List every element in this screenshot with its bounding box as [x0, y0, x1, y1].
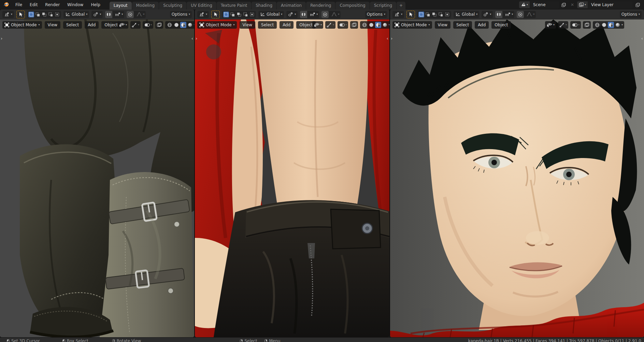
menu-file[interactable]: File — [12, 1, 26, 9]
shading-material-button[interactable] — [375, 22, 381, 28]
select-mode-set-button[interactable] — [28, 12, 34, 17]
transform-orientation-dropdown[interactable]: Global ▾ — [454, 11, 479, 18]
gizmos-dropdown[interactable]: ▾ — [130, 21, 141, 29]
shading-wireframe-button[interactable] — [594, 22, 600, 28]
shading-wireframe-button[interactable] — [361, 22, 368, 28]
menu-help[interactable]: Help — [87, 1, 104, 9]
snap-toggle-button[interactable] — [105, 11, 112, 18]
scene-browse-button[interactable]: ▾ — [519, 1, 530, 8]
proportional-edit-toggle[interactable] — [127, 11, 134, 18]
object-visibility-dropdown[interactable]: ▾ — [312, 21, 323, 29]
active-tool-select-button[interactable] — [211, 11, 220, 18]
snap-toggle-button[interactable] — [495, 11, 502, 18]
overlays-dropdown[interactable]: ▾ — [338, 21, 348, 29]
shading-wireframe-button[interactable] — [167, 22, 173, 28]
shading-rendered-button[interactable] — [187, 22, 193, 28]
tab-shading[interactable]: Shading — [252, 2, 276, 10]
options-dropdown[interactable]: Options ▾ — [365, 11, 387, 18]
blender-logo-icon[interactable] — [3, 1, 10, 8]
gizmos-dropdown[interactable]: ▾ — [325, 21, 335, 29]
select-mode-subtract-button[interactable] — [41, 12, 47, 17]
tab-animation[interactable]: Animation — [277, 2, 306, 10]
menu-window[interactable]: Window — [63, 1, 87, 9]
select-mode-set-button[interactable] — [223, 12, 229, 17]
viewport-canvas-face[interactable] — [390, 19, 644, 337]
object-visibility-dropdown[interactable]: ▾ — [545, 21, 556, 29]
shading-material-button[interactable] — [180, 22, 186, 28]
menu-select[interactable]: Select — [453, 21, 472, 29]
transform-orientation-dropdown[interactable]: Global ▾ — [258, 11, 284, 18]
tab-compositing[interactable]: Compositing — [335, 2, 369, 10]
proportional-edit-toggle[interactable] — [517, 11, 524, 18]
scene-name-field[interactable]: Scene — [530, 1, 559, 8]
scene-new-button[interactable] — [560, 1, 568, 8]
tab-modeling[interactable]: Modeling — [132, 2, 159, 10]
overlays-dropdown[interactable]: ▾ — [570, 21, 581, 29]
toolbar-expand-icon[interactable]: › — [196, 36, 197, 41]
proportional-edit-toggle[interactable] — [321, 11, 329, 18]
select-mode-set-button[interactable] — [418, 12, 424, 17]
sidebar-expand-icon[interactable]: ‹ — [191, 36, 193, 41]
options-dropdown[interactable]: Options ▾ — [620, 11, 642, 18]
shading-rendered-button[interactable] — [382, 22, 388, 28]
menu-add[interactable]: Add — [280, 21, 294, 29]
editor-type-button[interactable]: ▾ — [392, 11, 404, 18]
pivot-point-dropdown[interactable]: ▾ — [286, 11, 298, 18]
toolbar-expand-icon[interactable]: › — [1, 36, 2, 41]
select-mode-extend-button[interactable] — [35, 12, 41, 17]
select-mode-invert-button[interactable] — [48, 12, 54, 17]
tab-texture-paint[interactable]: Texture Paint — [217, 2, 251, 10]
menu-render[interactable]: Render — [41, 1, 63, 9]
snap-settings-dropdown[interactable]: ▾ — [114, 11, 124, 18]
snap-settings-dropdown[interactable]: ▾ — [309, 11, 319, 18]
pivot-point-dropdown[interactable]: ▾ — [482, 11, 493, 18]
shading-solid-button[interactable] — [368, 22, 374, 28]
scene-unlink-button[interactable]: ✕ — [569, 1, 576, 8]
tab-scripting[interactable]: Scripting — [370, 2, 396, 10]
overlays-dropdown[interactable]: ▾ — [143, 21, 153, 29]
menu-view[interactable]: View — [45, 21, 60, 29]
shading-solid-button[interactable] — [601, 22, 607, 28]
mode-dropdown[interactable]: Object Mode ▾ — [2, 21, 42, 29]
viewport-canvas-torso[interactable] — [195, 19, 389, 337]
tab-layout[interactable]: Layout — [110, 2, 132, 10]
sidebar-expand-icon[interactable]: ‹ — [387, 36, 388, 41]
object-visibility-dropdown[interactable]: ▾ — [117, 21, 128, 29]
menu-add[interactable]: Add — [85, 21, 99, 29]
xray-toggle[interactable] — [350, 21, 358, 29]
select-mode-extend-button[interactable] — [425, 12, 431, 17]
shading-solid-button[interactable] — [173, 22, 180, 28]
proportional-falloff-dropdown[interactable]: ▾ — [135, 11, 146, 18]
editor-type-button[interactable]: ▾ — [197, 11, 209, 18]
menu-object[interactable]: Object — [491, 21, 511, 29]
sidebar-expand-icon[interactable]: ‹ — [641, 36, 643, 41]
mode-dropdown[interactable]: Object Mode ▾ — [197, 21, 237, 29]
shading-rendered-button[interactable] — [615, 22, 621, 28]
menu-add[interactable]: Add — [475, 21, 489, 29]
select-mode-intersect-button[interactable] — [249, 12, 255, 17]
toolbar-expand-icon[interactable]: › — [391, 36, 392, 41]
active-tool-select-button[interactable] — [406, 11, 415, 18]
snap-toggle-button[interactable] — [300, 11, 307, 18]
view-layer-browse-button[interactable]: ▾ — [577, 1, 588, 8]
editor-type-button[interactable]: ▾ — [2, 11, 14, 18]
proportional-falloff-dropdown[interactable]: ▾ — [330, 11, 341, 18]
select-mode-invert-button[interactable] — [438, 12, 444, 17]
active-tool-select-button[interactable] — [16, 11, 25, 18]
select-mode-invert-button[interactable] — [243, 12, 248, 17]
shading-material-button[interactable] — [608, 22, 614, 28]
select-mode-extend-button[interactable] — [230, 12, 235, 17]
pivot-point-dropdown[interactable]: ▾ — [91, 11, 103, 18]
select-mode-intersect-button[interactable] — [444, 12, 450, 17]
select-mode-subtract-button[interactable] — [236, 12, 242, 17]
transform-orientation-dropdown[interactable]: Global ▾ — [63, 11, 89, 18]
view-layer-name-field[interactable]: View Layer — [588, 1, 633, 8]
viewport-canvas-boots[interactable] — [0, 19, 194, 337]
select-mode-intersect-button[interactable] — [54, 12, 60, 17]
tab-uv-editing[interactable]: UV Editing — [187, 2, 216, 10]
xray-toggle[interactable] — [583, 21, 591, 29]
menu-view[interactable]: View — [435, 21, 450, 29]
options-dropdown[interactable]: Options ▾ — [170, 11, 192, 18]
menu-select[interactable]: Select — [258, 21, 277, 29]
view-layer-new-button[interactable] — [634, 1, 641, 8]
